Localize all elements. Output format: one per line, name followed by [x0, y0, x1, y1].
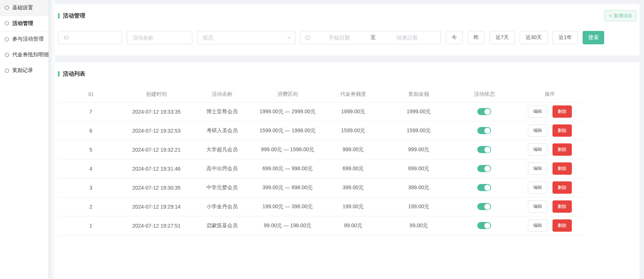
cell-status — [452, 159, 517, 178]
section-title-text: 活动管理 — [63, 12, 85, 19]
activity-name-input[interactable] — [127, 31, 192, 44]
table-row: 2 2024-07-12 19:29:14 小学金丹会员 199.00元 — 3… — [58, 197, 583, 216]
date-range-picker[interactable]: 至 — [300, 31, 441, 44]
cell-created-at: 2024-07-12 19:29:14 — [124, 197, 189, 216]
cell-activity-name: 考研入圣会员 — [189, 121, 255, 140]
activity-list-card: 活动列表 ID 创建时间 活动名称 消费区间 代金券额度 奖励金额 活动状态 操… — [55, 62, 640, 279]
edit-button[interactable]: 编辑 — [528, 105, 547, 118]
cell-actions: 编辑 删除 — [517, 102, 583, 121]
status-toggle[interactable] — [477, 222, 491, 229]
status-toggle[interactable] — [477, 165, 491, 172]
cell-reward-amount: 399.00元 — [386, 178, 451, 197]
cell-activity-name: 启蒙筑基会员 — [189, 216, 255, 235]
column-header: 操作 — [517, 86, 583, 102]
cell-status — [452, 121, 517, 140]
quick-range-group: 今 昨 近7天 近30天 近1年 — [446, 31, 578, 44]
list-section-title-text: 活动列表 — [63, 70, 85, 77]
edit-button[interactable]: 编辑 — [528, 181, 547, 194]
cell-created-at: 2024-07-12 19:30:35 — [124, 178, 189, 197]
edit-button[interactable]: 编辑 — [528, 162, 547, 175]
quick-range-button[interactable]: 近7天 — [490, 31, 515, 44]
quick-range-button[interactable]: 近1年 — [552, 31, 578, 44]
add-activity-button[interactable]: + 新增活动 — [604, 10, 637, 21]
status-toggle[interactable] — [477, 146, 491, 153]
plus-icon: + — [609, 13, 612, 18]
sidebar-item[interactable]: 基础设置 — [0, 0, 48, 16]
cell-voucher-amount: 99.00元 — [320, 216, 386, 235]
quick-range-button[interactable]: 昨 — [468, 31, 485, 44]
delete-button[interactable]: 删除 — [552, 143, 572, 156]
status-toggle[interactable] — [477, 203, 491, 210]
quick-range-button[interactable]: 今 — [446, 31, 463, 44]
cell-spend-range: 699.00元 — 998.00元 — [255, 159, 320, 178]
column-header: 代金券额度 — [320, 86, 386, 102]
activity-management-card: 活动管理 + 新增活动 至 — [55, 4, 640, 56]
main-content: 活动管理 + 新增活动 至 — [55, 0, 644, 279]
cell-status — [452, 178, 517, 197]
cell-voucher-amount: 1599.00元 — [320, 121, 386, 140]
date-separator: 至 — [368, 34, 378, 41]
end-date-input[interactable] — [378, 35, 436, 41]
column-header: 活动状态 — [452, 86, 517, 102]
cell-status — [452, 216, 517, 235]
cell-activity-name: 小学金丹会员 — [189, 197, 255, 216]
cell-spend-range: 1999.00元 — 2999.00元 — [255, 102, 320, 121]
cell-spend-range: 1599.00元 — 1998.00元 — [255, 121, 320, 140]
sidebar: 基础设置 活动管理 参与活动管理 代金券抵扣明细 奖励记录 — [0, 0, 48, 279]
edit-button[interactable]: 编辑 — [528, 143, 547, 156]
cell-activity-name: 大学超凡会员 — [189, 140, 255, 159]
sidebar-item-label: 基础设置 — [12, 4, 33, 11]
sidebar-item-label: 参与活动管理 — [12, 36, 44, 42]
circle-icon — [5, 37, 9, 41]
status-select-input[interactable] — [197, 31, 295, 44]
status-toggle[interactable] — [477, 108, 491, 115]
sidebar-divider — [48, 0, 55, 279]
activity-table-wrapper: ID 创建时间 活动名称 消费区间 代金券额度 奖励金额 活动状态 操作 7 2… — [58, 86, 637, 235]
delete-button[interactable]: 删除 — [552, 219, 572, 232]
id-input[interactable] — [58, 31, 122, 44]
cell-voucher-amount: 699.00元 — [320, 159, 386, 178]
delete-button[interactable]: 删除 — [552, 124, 572, 137]
status-select[interactable] — [197, 31, 295, 44]
section-title: 活动管理 — [58, 12, 85, 19]
cell-reward-amount: 1999.00元 — [386, 102, 451, 121]
sidebar-item-label: 代金券抵扣明细 — [12, 51, 49, 58]
sidebar-item[interactable]: 参与活动管理 — [0, 31, 48, 47]
edit-button[interactable]: 编辑 — [528, 219, 547, 232]
cell-spend-range: 199.00元 — 398.00元 — [255, 197, 320, 216]
cell-activity-name: 高中出窍会员 — [189, 159, 255, 178]
circle-icon — [5, 69, 9, 73]
delete-button[interactable]: 删除 — [552, 200, 572, 213]
edit-button[interactable]: 编辑 — [528, 200, 547, 213]
cell-actions: 编辑 删除 — [517, 159, 583, 178]
status-toggle[interactable] — [477, 184, 491, 191]
quick-range-button[interactable]: 近30天 — [520, 31, 548, 44]
cell-activity-name: 中学元婴会员 — [189, 178, 255, 197]
column-header: 活动名称 — [189, 86, 255, 102]
start-date-input[interactable] — [310, 35, 368, 41]
edit-button[interactable]: 编辑 — [528, 124, 547, 137]
cell-reward-amount: 99.00元 — [386, 216, 451, 235]
filter-toolbar: 至 今 昨 近7天 近30天 近1年 搜索 — [58, 31, 637, 44]
sidebar-item-label: 奖励记录 — [12, 67, 33, 74]
sidebar-item[interactable]: 活动管理 — [0, 16, 48, 31]
table-row: 4 2024-07-12 19:31:46 高中出窍会员 699.00元 — 9… — [58, 159, 583, 178]
table-row: 3 2024-07-12 19:30:35 中学元婴会员 399.00元 — 6… — [58, 178, 583, 197]
cell-spend-range: 99.00元 — 198.00元 — [255, 216, 320, 235]
status-toggle[interactable] — [477, 127, 491, 134]
sidebar-item[interactable]: 代金券抵扣明细 — [0, 47, 48, 63]
column-header: 奖励金额 — [386, 86, 451, 102]
delete-button[interactable]: 删除 — [552, 105, 572, 118]
cell-reward-amount: 999.00元 — [386, 140, 451, 159]
sidebar-menu: 基础设置 活动管理 参与活动管理 代金券抵扣明细 奖励记录 — [0, 0, 48, 78]
cell-actions: 编辑 删除 — [517, 140, 583, 159]
activity-table: ID 创建时间 活动名称 消费区间 代金券额度 奖励金额 活动状态 操作 7 2… — [58, 86, 583, 235]
cell-created-at: 2024-07-12 19:27:51 — [124, 216, 189, 235]
table-row: 6 2024-07-12 19:32:53 考研入圣会员 1599.00元 — … — [58, 121, 583, 140]
cell-reward-amount: 699.00元 — [386, 159, 451, 178]
delete-button[interactable]: 删除 — [552, 162, 572, 175]
delete-button[interactable]: 删除 — [552, 181, 572, 194]
search-button[interactable]: 搜索 — [583, 31, 604, 44]
sidebar-item[interactable]: 奖励记录 — [0, 63, 48, 78]
table-head: ID 创建时间 活动名称 消费区间 代金券额度 奖励金额 活动状态 操作 — [58, 86, 583, 102]
